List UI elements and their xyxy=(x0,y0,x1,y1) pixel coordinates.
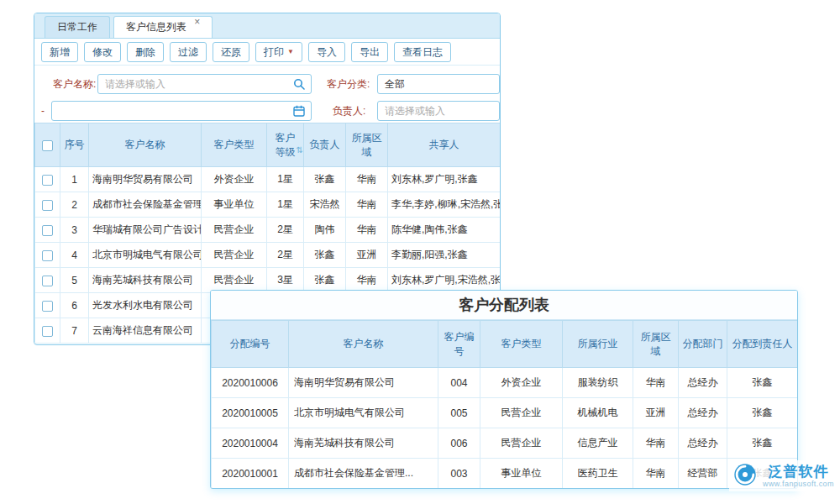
customer-name-input[interactable] xyxy=(97,74,312,94)
table-row[interactable]: 2020010001 成都市社会保险基金管理... 003 事业单位 医药卫生 … xyxy=(212,459,798,489)
print-button[interactable]: 打印 ▼ xyxy=(255,42,302,62)
customer-allocation-dialog: 客户分配列表 分配编号 客户名称 客户编号 客户类型 所属行业 所属区域 分配部… xyxy=(210,290,798,489)
table-row[interactable]: 1 海南明华贸易有限公司 外资企业 1星 张鑫 华南 刘东林,罗广明,张鑫 xyxy=(35,167,501,192)
cell-customer-name[interactable]: 华瑞城有限公司广告设计部 xyxy=(89,218,202,243)
calendar-icon[interactable] xyxy=(293,105,305,117)
customer-category-select[interactable] xyxy=(377,74,500,94)
cell-customer-name[interactable]: 北京市明城电气有限公司 xyxy=(289,398,438,428)
modify-button[interactable]: 修改 xyxy=(84,42,121,62)
cell-owner[interactable]: 张鑫 xyxy=(304,167,346,192)
chevron-down-icon: ▼ xyxy=(287,49,294,55)
cell-customer-name[interactable]: 海南明华贸易有限公司 xyxy=(89,167,202,192)
search-icon[interactable] xyxy=(293,78,305,90)
table-row[interactable]: 5 海南芜城科技有限公司 民营企业 3星 张鑫 华南 刘东林,罗广明,宋浩然,张… xyxy=(35,268,501,293)
sort-icon[interactable]: ⇅ xyxy=(297,145,303,155)
table-row[interactable]: 4 北京市明城电气有限公司 民营企业 2星 张鑫 亚洲 李勤丽,阳强,张鑫 xyxy=(35,243,501,268)
row-checkbox[interactable] xyxy=(42,326,53,337)
row-checkbox[interactable] xyxy=(42,200,53,211)
cell-alloc-no[interactable]: 2020010005 xyxy=(212,398,289,428)
restore-button[interactable]: 还原 xyxy=(213,42,249,62)
allocation-table-header-row: 分配编号 客户名称 客户编号 客户类型 所属行业 所属区域 分配部门 分配到责任… xyxy=(212,321,798,368)
cell-assignee[interactable]: 张鑫 xyxy=(727,428,798,459)
cell-owner[interactable]: 张鑫 xyxy=(304,268,346,293)
cell-customer-name[interactable]: 海南芜城科技有限公司 xyxy=(289,428,438,459)
header-owner: 负责人 xyxy=(304,123,346,167)
table-row[interactable]: 2020010005 北京市明城电气有限公司 005 民营企业 机械机电 亚洲 … xyxy=(212,398,798,428)
header-customer-name: 客户名称 xyxy=(289,321,438,368)
cell-customer-name[interactable]: 光发水利水电有限公司 xyxy=(89,293,202,318)
row-checkbox[interactable] xyxy=(42,276,53,286)
cell-region: 华南 xyxy=(346,268,388,293)
cell-industry: 服装纺织 xyxy=(563,368,633,398)
cell-customer-type: 外资企业 xyxy=(480,368,563,398)
cell-region: 亚洲 xyxy=(346,243,388,268)
tab-daily-work[interactable]: 日常工作 xyxy=(45,16,110,38)
delete-button[interactable]: 删除 xyxy=(127,42,164,62)
select-all-cell xyxy=(35,123,60,167)
cell-customer-type: 民营企业 xyxy=(202,218,267,243)
cell-customer-name[interactable]: 海南明华贸易有限公司 xyxy=(289,368,438,398)
cell-customer-no: 005 xyxy=(438,398,480,428)
cell-customer-name[interactable]: 海南芜城科技有限公司 xyxy=(89,268,202,293)
row-checkbox[interactable] xyxy=(42,250,53,261)
cell-region: 华南 xyxy=(633,428,679,459)
cell-level: 3星 xyxy=(267,268,304,293)
cell-owner[interactable]: 陶伟 xyxy=(304,218,346,243)
cell-level: 2星 xyxy=(267,243,304,268)
cell-customer-name[interactable]: 云南海祥信息有限公司 xyxy=(89,318,202,344)
cell-customer-name[interactable]: 北京市明城电气有限公司 xyxy=(89,243,202,268)
close-icon[interactable]: × xyxy=(194,16,200,28)
cell-customer-name[interactable]: 成都市社会保险基金管理... xyxy=(289,459,438,489)
customer-name-label: 客户名称: xyxy=(53,74,96,94)
cell-alloc-no[interactable]: 2020010006 xyxy=(212,368,289,398)
cell-alloc-dept: 经营部 xyxy=(679,459,727,489)
row-checkbox[interactable] xyxy=(42,225,53,236)
cell-alloc-no[interactable]: 2020010004 xyxy=(212,428,289,459)
owner-label: 负责人: xyxy=(333,101,365,121)
cell-customer-type: 外资企业 xyxy=(202,167,267,192)
cell-customer-type: 事业单位 xyxy=(480,459,563,489)
filter-button[interactable]: 过滤 xyxy=(170,42,207,62)
cell-alloc-no[interactable]: 2020010001 xyxy=(212,459,289,489)
row-checkbox[interactable] xyxy=(42,175,53,186)
cell-assignee[interactable]: 张鑫 xyxy=(727,368,798,398)
cell-customer-type: 民营企业 xyxy=(480,428,563,459)
export-button[interactable]: 导出 xyxy=(351,42,388,62)
header-customer-level: 客户等级 ⇅ xyxy=(267,123,304,167)
fanpu-watermark: 泛普软件 www.fanpusoft.com xyxy=(729,460,837,491)
date-to-input[interactable] xyxy=(51,101,312,121)
header-shared: 共享人 xyxy=(388,123,501,167)
header-customer-level-label: 客户等级 xyxy=(276,132,296,158)
cell-assignee[interactable]: 张鑫 xyxy=(727,398,798,428)
select-all-checkbox[interactable] xyxy=(42,140,53,151)
table-row[interactable]: 2 成都市社会保险基金管理... 事业单位 1星 宋浩然 华南 李华,李婷,柳琳… xyxy=(35,192,501,218)
header-customer-type: 客户类型 xyxy=(480,321,563,368)
cell-region: 亚洲 xyxy=(633,398,679,428)
table-row[interactable]: 3 华瑞城有限公司广告设计部 民营企业 2星 陶伟 华南 陈华健,陶伟,张鑫 xyxy=(35,218,501,243)
dialog-title: 客户分配列表 xyxy=(211,291,797,320)
print-button-label: 打印 xyxy=(264,47,284,57)
cell-owner[interactable]: 张鑫 xyxy=(304,243,346,268)
owner-input[interactable] xyxy=(377,101,500,121)
cell-seq: 7 xyxy=(60,318,89,344)
customer-category-label: 客户分类: xyxy=(327,74,370,94)
row-checkbox[interactable] xyxy=(42,301,53,312)
cell-industry: 信息产业 xyxy=(563,428,633,459)
header-region: 所属区域 xyxy=(346,123,388,167)
table-row[interactable]: 2020010004 海南芜城科技有限公司 006 民营企业 信息产业 华南 总… xyxy=(212,428,798,459)
add-button[interactable]: 新增 xyxy=(41,42,78,62)
cell-shared: 刘东林,罗广明,宋浩然,张鑫 xyxy=(388,268,501,293)
cell-alloc-dept: 总经办 xyxy=(679,368,727,398)
table-row[interactable]: 2020010006 海南明华贸易有限公司 004 外资企业 服装纺织 华南 总… xyxy=(212,368,798,398)
cell-industry: 机械机电 xyxy=(563,398,633,428)
cell-seq: 4 xyxy=(60,243,89,268)
cell-shared: 陈华健,陶伟,张鑫 xyxy=(388,218,501,243)
cell-owner[interactable]: 宋浩然 xyxy=(304,192,346,218)
import-button[interactable]: 导入 xyxy=(308,42,345,62)
cell-customer-name[interactable]: 成都市社会保险基金管理... xyxy=(89,192,202,218)
checkbox-cell xyxy=(35,167,60,192)
tab-customer-info-list[interactable]: 客户信息列表 × xyxy=(113,16,213,38)
checkbox-cell xyxy=(35,268,60,293)
view-log-button[interactable]: 查看日志 xyxy=(394,42,451,62)
checkbox-cell xyxy=(35,243,60,268)
